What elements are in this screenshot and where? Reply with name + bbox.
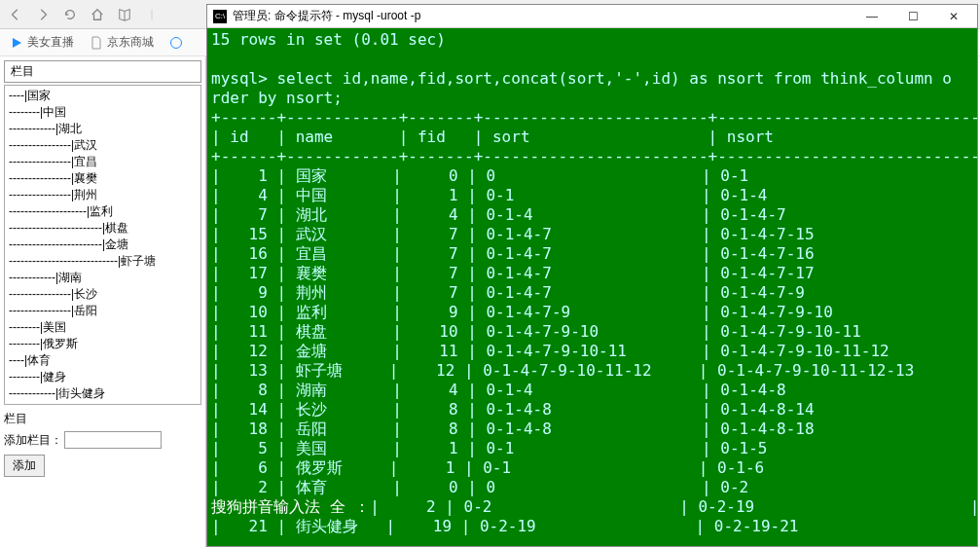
tree-item[interactable]: --------|美国	[9, 319, 197, 336]
tree-item[interactable]: ------------|湖南	[9, 270, 197, 286]
tree-item[interactable]: ----------------|荆州	[9, 187, 197, 203]
label-row: 栏目	[4, 409, 201, 429]
tree-item[interactable]: ------------|街头健身	[9, 385, 197, 402]
tree-item[interactable]: ----------------|长沙	[9, 286, 197, 303]
close-button[interactable]: ✕	[936, 7, 971, 26]
add-column-input[interactable]	[64, 431, 162, 449]
bookmark-label: 京东商城	[107, 34, 154, 51]
forward-icon[interactable]	[35, 7, 51, 22]
bookmark-item[interactable]: 京东商城	[90, 34, 154, 51]
terminal-title: 管理员: 命令提示符 - mysql -uroot -p	[233, 8, 854, 24]
terminal-body[interactable]: 15 rows in set (0.01 sec) mysql> select …	[207, 28, 977, 546]
tree-item[interactable]: ------------------------|棋盘	[9, 220, 197, 237]
tree-item[interactable]: ----------------|武汉	[9, 137, 197, 154]
tree-item[interactable]: ----|体育	[9, 352, 197, 369]
bookmark-item[interactable]: 美女直播	[10, 34, 74, 51]
tree-item[interactable]: ----------------|宜昌	[9, 154, 197, 170]
window-controls: — ☐ ✕	[854, 7, 971, 26]
tree-item[interactable]: --------|健身	[9, 369, 197, 385]
maximize-button[interactable]: ☐	[895, 7, 930, 26]
terminal-window: C:\ 管理员: 命令提示符 - mysql -uroot -p — ☐ ✕ 1…	[206, 4, 978, 547]
circle-icon	[169, 36, 183, 50]
column-header: 栏目	[4, 60, 201, 83]
minimize-button[interactable]: —	[854, 7, 889, 26]
left-panel: 栏目 ----|国家--------|中国------------|湖北----…	[0, 56, 206, 547]
tree-item[interactable]: ------------|湖北	[9, 121, 197, 137]
bookmark-item[interactable]	[169, 36, 187, 50]
tree-item[interactable]: ------------------------|金塘	[9, 237, 197, 253]
bookmark-label: 美女直播	[27, 34, 74, 51]
tree-item[interactable]: --------|中国	[9, 104, 197, 121]
terminal-titlebar[interactable]: C:\ 管理员: 命令提示符 - mysql -uroot -p — ☐ ✕	[207, 5, 977, 28]
file-icon	[90, 36, 103, 50]
tree-item[interactable]: --------------------|监利	[9, 203, 197, 220]
home-icon[interactable]	[90, 7, 105, 22]
tree-area[interactable]: ----|国家--------|中国------------|湖北-------…	[4, 85, 201, 405]
add-button[interactable]: 添加	[4, 455, 45, 477]
tree-item[interactable]: ----------------------------|虾子塘	[9, 253, 197, 270]
tree-item[interactable]: ----------------|岳阳	[9, 303, 197, 319]
back-icon[interactable]	[8, 7, 23, 22]
cmd-icon: C:\	[213, 10, 227, 23]
add-label: 添加栏目：	[4, 432, 62, 449]
book-icon[interactable]	[117, 7, 132, 22]
refresh-icon[interactable]	[62, 7, 78, 22]
separator-icon	[144, 7, 160, 22]
tree-item[interactable]: ----------------|襄樊	[9, 170, 197, 187]
play-icon	[10, 36, 23, 50]
add-column-row: 添加栏目：	[4, 429, 201, 451]
tree-item[interactable]: ----|国家	[9, 88, 197, 104]
tree-item[interactable]: --------|俄罗斯	[9, 336, 197, 352]
